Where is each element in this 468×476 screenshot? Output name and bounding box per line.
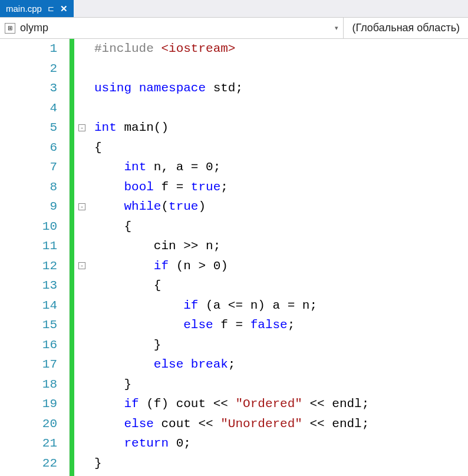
fold-cell bbox=[74, 296, 90, 316]
code-line[interactable]: return 0; bbox=[94, 434, 468, 454]
fold-cell: - bbox=[74, 197, 90, 217]
file-tab[interactable]: main.cpp ⊏ ✕ bbox=[0, 0, 74, 17]
line-number: 17 bbox=[0, 355, 57, 375]
code-line[interactable]: #include <iostream> bbox=[94, 39, 468, 59]
fold-cell bbox=[74, 236, 90, 256]
fold-cell bbox=[74, 335, 90, 355]
scope-bar: ⊞ olymp ▾ (Глобальная область) bbox=[0, 18, 468, 39]
line-number: 10 bbox=[0, 217, 57, 237]
line-number: 15 bbox=[0, 315, 57, 335]
fold-cell bbox=[74, 217, 90, 237]
change-indicator-bar bbox=[70, 39, 74, 476]
line-number: 4 bbox=[0, 98, 57, 118]
line-number: 22 bbox=[0, 454, 57, 474]
code-area[interactable]: #include <iostream>using namespace std;i… bbox=[90, 39, 468, 476]
fold-cell bbox=[74, 414, 90, 434]
tab-filename: main.cpp bbox=[6, 4, 42, 14]
fold-cell bbox=[74, 434, 90, 454]
line-number: 8 bbox=[0, 177, 57, 197]
code-line[interactable]: bool f = true; bbox=[94, 177, 468, 197]
fold-toggle-icon[interactable]: - bbox=[78, 124, 85, 131]
fold-toggle-icon[interactable]: - bbox=[78, 262, 85, 269]
scope-dropdown[interactable]: ⊞ olymp ▾ bbox=[0, 18, 344, 38]
fold-cell bbox=[74, 394, 90, 414]
code-line[interactable]: if (f) cout << "Ordered" << endl; bbox=[94, 394, 468, 414]
line-number: 1 bbox=[0, 39, 57, 59]
code-line[interactable]: else cout << "Unordered" << endl; bbox=[94, 414, 468, 434]
fold-cell bbox=[74, 98, 90, 118]
line-number: 16 bbox=[0, 335, 57, 355]
code-line[interactable]: { bbox=[94, 276, 468, 296]
project-icon: ⊞ bbox=[5, 23, 15, 34]
global-scope-dropdown[interactable]: (Глобальная область) bbox=[344, 18, 468, 38]
global-scope-label: (Глобальная область) bbox=[352, 22, 460, 34]
code-line[interactable]: else break; bbox=[94, 355, 468, 375]
chevron-down-icon: ▾ bbox=[335, 24, 338, 32]
fold-cell bbox=[74, 59, 90, 79]
line-number: 14 bbox=[0, 296, 57, 316]
line-number: 9 bbox=[0, 197, 57, 217]
line-number: 7 bbox=[0, 157, 57, 177]
fold-cell bbox=[74, 138, 90, 158]
line-number: 11 bbox=[0, 236, 57, 256]
line-number: 3 bbox=[0, 78, 57, 98]
scope-name: olymp bbox=[20, 22, 330, 34]
code-line[interactable]: cin >> n; bbox=[94, 236, 468, 256]
line-number: 20 bbox=[0, 414, 57, 434]
line-number: 2 bbox=[0, 59, 57, 79]
fold-cell bbox=[74, 375, 90, 395]
line-number: 12 bbox=[0, 256, 57, 276]
code-line[interactable] bbox=[94, 59, 468, 79]
code-line[interactable]: } bbox=[94, 335, 468, 355]
code-editor[interactable]: 12345678910111213141516171819202122 --- … bbox=[0, 39, 468, 476]
line-number: 21 bbox=[0, 434, 57, 454]
line-number: 5 bbox=[0, 118, 57, 138]
fold-cell: - bbox=[74, 118, 90, 138]
fold-cell bbox=[74, 78, 90, 98]
code-line[interactable]: { bbox=[94, 138, 468, 158]
fold-cell bbox=[74, 454, 90, 474]
fold-cell bbox=[74, 177, 90, 197]
line-number-gutter: 12345678910111213141516171819202122 bbox=[0, 39, 70, 476]
code-line[interactable]: } bbox=[94, 375, 468, 395]
code-line[interactable]: using namespace std; bbox=[94, 78, 468, 98]
fold-toggle-icon[interactable]: - bbox=[78, 203, 85, 210]
pin-icon[interactable]: ⊏ bbox=[48, 4, 54, 13]
code-line[interactable]: while(true) bbox=[94, 197, 468, 217]
tab-bar: main.cpp ⊏ ✕ bbox=[0, 0, 468, 18]
line-number: 6 bbox=[0, 138, 57, 158]
code-line[interactable]: if (a <= n) a = n; bbox=[94, 296, 468, 316]
code-line[interactable]: int main() bbox=[94, 118, 468, 138]
code-line[interactable]: if (n > 0) bbox=[94, 256, 468, 276]
line-number: 18 bbox=[0, 375, 57, 395]
code-line[interactable] bbox=[94, 98, 468, 118]
line-number: 19 bbox=[0, 394, 57, 414]
close-icon[interactable]: ✕ bbox=[60, 4, 68, 14]
fold-cell bbox=[74, 355, 90, 375]
fold-cell bbox=[74, 157, 90, 177]
code-line[interactable]: } bbox=[94, 454, 468, 474]
fold-column: --- bbox=[74, 39, 90, 476]
fold-cell bbox=[74, 276, 90, 296]
code-line[interactable]: else f = false; bbox=[94, 315, 468, 335]
fold-cell bbox=[74, 315, 90, 335]
fold-cell bbox=[74, 39, 90, 59]
line-number: 13 bbox=[0, 276, 57, 296]
code-line[interactable]: int n, a = 0; bbox=[94, 157, 468, 177]
fold-cell: - bbox=[74, 256, 90, 276]
code-line[interactable]: { bbox=[94, 217, 468, 237]
